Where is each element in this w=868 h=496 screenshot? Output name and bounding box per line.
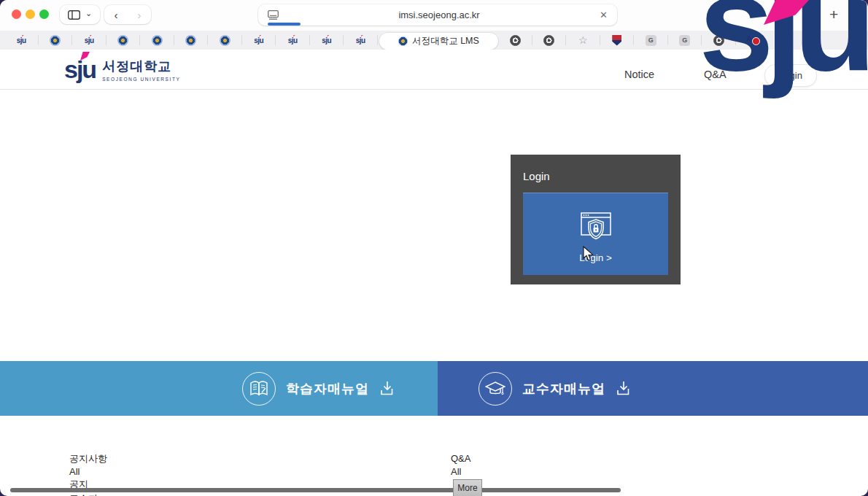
- shield-lock-icon: [576, 209, 616, 246]
- bookmark-item[interactable]: [140, 31, 174, 50]
- login-button-label: Login >: [579, 252, 612, 263]
- bookmark-star-icon[interactable]: ☆: [578, 34, 588, 46]
- qna-board: Q&A All: [451, 454, 470, 479]
- tab-title: 서정대학교 LMS: [412, 35, 479, 47]
- bookmark-item[interactable]: sju: [310, 31, 344, 50]
- book-icon: [242, 372, 276, 406]
- bookmark-seal-icon[interactable]: [510, 35, 521, 46]
- bookmark-g-icon[interactable]: G: [679, 35, 690, 46]
- bookmark-item[interactable]: [498, 31, 532, 50]
- back-button[interactable]: ‹: [115, 9, 118, 20]
- bookmark-crest-icon[interactable]: [612, 35, 621, 46]
- nav-notice[interactable]: Notice: [624, 69, 654, 80]
- close-icon[interactable]: ✕: [600, 9, 608, 20]
- bookmark-emblem-icon[interactable]: [50, 35, 61, 46]
- bookmark-item[interactable]: [702, 31, 736, 50]
- notice-row-clipped[interactable]: 교수자: [69, 492, 98, 496]
- forward-button[interactable]: ›: [138, 9, 142, 20]
- bookmark-item[interactable]: [174, 31, 209, 50]
- qna-more-button[interactable]: More: [453, 479, 482, 496]
- bookmark-item[interactable]: sju: [344, 31, 378, 50]
- notice-filter-all[interactable]: All: [69, 467, 107, 476]
- download-icon[interactable]: [379, 380, 397, 398]
- page-load-progress: [268, 23, 301, 26]
- login-card: Login Login >: [511, 155, 681, 284]
- browser-window: ⌄ ‹ › imsi.seojeong.ac.kr ✕ +: [0, 0, 868, 496]
- minimize-window-button[interactable]: [26, 9, 35, 19]
- bookmark-item[interactable]: G: [668, 31, 702, 50]
- bookmark-item[interactable]: [208, 31, 242, 50]
- bookmark-a-badge-icon[interactable]: A: [746, 34, 752, 43]
- bookmark-sju-icon[interactable]: sju: [85, 36, 94, 44]
- learner-manual-label: 학습자매뉴얼: [286, 380, 369, 398]
- horizontal-scrollbar[interactable]: [10, 488, 621, 492]
- bookmark-item[interactable]: sju: [4, 31, 39, 50]
- nav-qna[interactable]: Q&A: [704, 69, 726, 80]
- bookmark-emblem-icon[interactable]: [185, 35, 196, 46]
- bookmark-seal-icon[interactable]: [713, 35, 724, 46]
- close-window-button[interactable]: [12, 9, 21, 19]
- zoom-window-button[interactable]: [39, 9, 49, 19]
- download-icon[interactable]: [616, 380, 633, 398]
- bookmark-sju-icon[interactable]: sju: [322, 36, 331, 44]
- bookmark-item[interactable]: sju: [72, 31, 106, 50]
- bookmark-item[interactable]: ☆: [566, 31, 600, 50]
- bookmark-emblem-icon[interactable]: [220, 35, 230, 46]
- site-header: sju 서정대학교 SEOJEONG UNIVERSITY Notice Q&A…: [0, 50, 868, 90]
- bookmark-item[interactable]: [106, 31, 141, 50]
- bookmark-emblem-icon[interactable]: [152, 35, 163, 46]
- grad-cap-icon: [478, 372, 512, 406]
- bookmark-sju-icon[interactable]: sju: [254, 36, 263, 44]
- bookmarks-left: sjusjusjusjusjusju: [4, 31, 378, 50]
- chevron-down-icon: ⌄: [85, 9, 92, 18]
- university-logo[interactable]: sju 서정대학교 SEOJEONG UNIVERSITY: [64, 57, 180, 82]
- bookmark-g-icon[interactable]: G: [646, 35, 656, 46]
- bookmark-item[interactable]: [600, 31, 635, 50]
- active-tab[interactable]: 서정대학교 LMS: [379, 33, 498, 50]
- favorites-bar: sjusjusjusjusjusju 서정대학교 LMS ☆GG: [0, 31, 868, 50]
- bookmark-item[interactable]: [532, 31, 567, 50]
- bookmark-seal-icon[interactable]: [543, 35, 554, 46]
- sidebar-toggle-button[interactable]: ⌄: [60, 5, 100, 24]
- history-nav: ‹ ›: [104, 5, 151, 24]
- bookmark-item[interactable]: G: [634, 31, 668, 50]
- address-bar[interactable]: imsi.seojeong.ac.kr ✕: [258, 4, 617, 26]
- bookmark-sju-icon[interactable]: sju: [356, 36, 365, 44]
- notice-board-title: 공지사항: [69, 454, 107, 463]
- university-name-en: SEOJEONG UNIVERSITY: [102, 77, 180, 82]
- url-text[interactable]: imsi.seojeong.ac.kr: [279, 9, 600, 20]
- banner-right[interactable]: 교수자매뉴얼: [438, 361, 868, 416]
- sidebar-icon: [68, 10, 80, 20]
- login-card-title: Login: [523, 170, 550, 182]
- notice-board: 공지사항 All 공지: [69, 454, 107, 492]
- instructor-manual-label: 교수자매뉴얼: [522, 380, 605, 398]
- share-icon[interactable]: [807, 7, 821, 23]
- manuals-banner: 학습자매뉴얼 교수자매뉴얼: [0, 361, 868, 416]
- bookmarks-right: ☆GG: [498, 31, 736, 50]
- bookmark-item[interactable]: sju: [242, 31, 276, 50]
- tab-overview-icon[interactable]: [850, 7, 864, 22]
- bookmark-item[interactable]: sju: [276, 31, 310, 50]
- logo-sju-text: sju: [64, 57, 96, 82]
- bookmark-emblem-icon[interactable]: [117, 35, 128, 46]
- bookmark-item[interactable]: [39, 31, 73, 50]
- emblem-icon: [398, 36, 408, 46]
- login-button[interactable]: Login >: [523, 193, 668, 275]
- reader-icon[interactable]: [268, 10, 279, 20]
- banner-left[interactable]: 학습자매뉴얼: [0, 361, 438, 416]
- qna-filter-all[interactable]: All: [451, 467, 470, 476]
- new-tab-icon[interactable]: +: [829, 6, 838, 23]
- header-login-button[interactable]: Login: [764, 64, 817, 87]
- browser-toolbar: ⌄ ‹ › imsi.seojeong.ac.kr ✕ +: [0, 0, 868, 31]
- university-name-ko: 서정대학교: [102, 58, 180, 75]
- bookmark-sju-icon[interactable]: sju: [17, 36, 26, 44]
- qna-board-title: Q&A: [451, 454, 470, 463]
- bookmark-sju-icon[interactable]: sju: [288, 36, 298, 44]
